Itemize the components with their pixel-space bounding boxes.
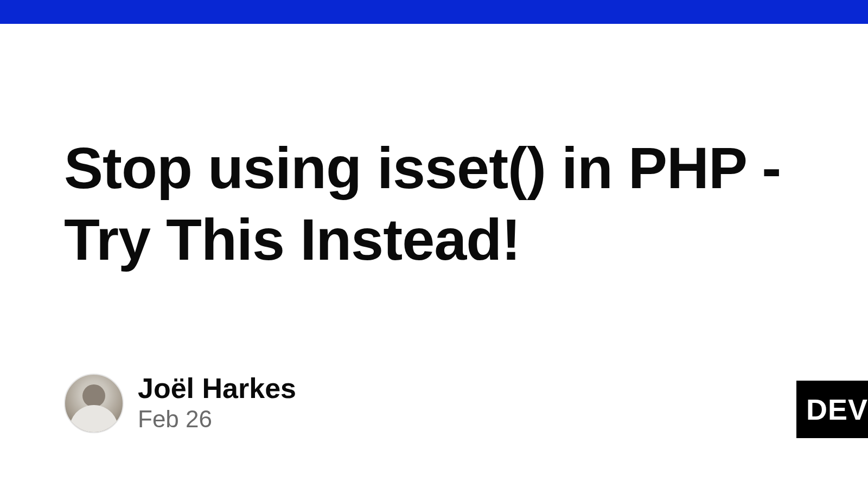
post-date: Feb 26 [138, 405, 296, 434]
dev-logo-badge: DEV [796, 381, 868, 438]
author-text-block: Joël Harkes Feb 26 [138, 373, 296, 434]
content-area: Stop using isset() in PHP - Try This Ins… [0, 24, 868, 275]
author-avatar [64, 374, 124, 433]
top-accent-bar [0, 0, 868, 24]
article-title: Stop using isset() in PHP - Try This Ins… [64, 132, 804, 275]
author-byline: Joël Harkes Feb 26 [64, 373, 296, 434]
author-name: Joël Harkes [138, 373, 296, 404]
